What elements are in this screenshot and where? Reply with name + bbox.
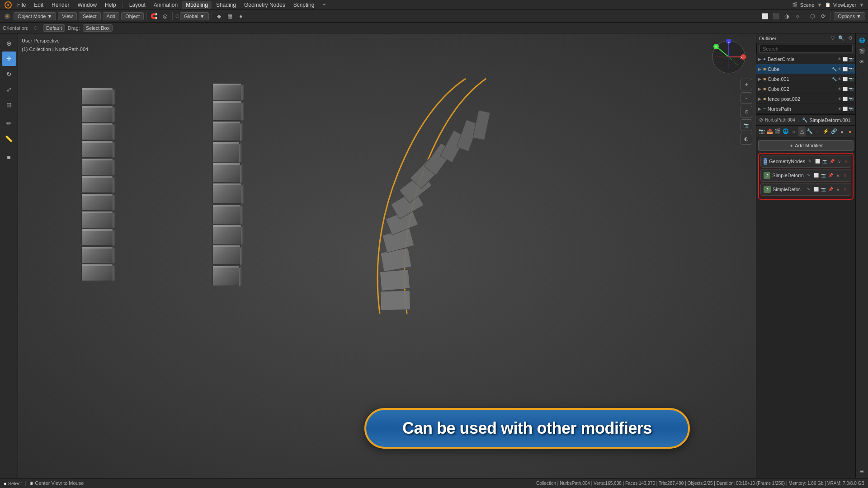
prop-data-icon[interactable]: ▲ [839,127,846,136]
prop-material-icon[interactable]: ● [846,127,854,136]
breadcrumb-home[interactable]: ⊘ [759,117,763,123]
pin-icon[interactable]: 📌 [827,172,834,178]
outliner-item-nurbspath[interactable]: ▶ ~ NurbsPath 👁 ⬜ 📷 [756,104,855,114]
select-menu[interactable]: Select [79,12,101,20]
delete-icon[interactable]: × [842,172,848,178]
overlay-icon[interactable]: ⬡ [808,12,817,21]
vis-icon-3[interactable]: 📷 [849,77,854,81]
vis-icon-3[interactable]: 📷 [849,107,854,111]
menu-help[interactable]: Help [101,1,120,9]
workspace-add[interactable]: + [319,1,329,9]
edit-icon[interactable]: ✎ [806,172,812,178]
scale-tool[interactable]: ⤢ [2,82,16,97]
modifier-simpledeform2-header[interactable]: ↺ SimpleDefor... ✎ ⬜ 📷 📌 ∨ × [761,183,851,195]
outliner-settings-icon[interactable]: ⚙ [848,35,853,41]
sidebar-item-view[interactable]: 👁 [857,57,867,67]
snap-icon[interactable]: 🧲 [150,12,159,21]
edit-icon[interactable]: ✎ [807,158,813,164]
realtime-icon[interactable]: ⬜ [813,172,819,178]
vis-icon-2[interactable]: ⬜ [843,77,848,81]
vis-icon-1[interactable]: 👁 [838,77,842,81]
workspace-geometry-nodes[interactable]: Geometry Nodes [241,1,289,9]
proportional-edit-icon[interactable]: ◎ [160,12,170,21]
viewlayer-dropdown-icon[interactable]: ▼ [859,2,864,8]
vis-icon-1[interactable]: 👁 [838,107,842,111]
vis-icon-1[interactable]: 👁 [838,97,842,101]
add-modifier-button[interactable]: ＋ Add Modifier [758,140,854,151]
transform-tool[interactable]: ⊞ [2,98,16,112]
prop-particles-icon[interactable]: · [814,127,821,136]
outliner-filter-icon[interactable]: ▽ [831,35,835,41]
measure-tool[interactable]: 📏 [2,131,16,146]
viewport-local-view[interactable]: ◐ [741,133,752,145]
add-object-tool[interactable]: ■ [2,150,16,164]
outliner-item-cube001[interactable]: ▶ ■ Cube.001 🔧 👁 ⬜ 📷 [756,74,855,84]
viewport-shading-wire[interactable]: ⬜ [760,12,769,21]
vis-icon-1[interactable]: 👁 [838,67,842,71]
prop-object-icon[interactable]: △ [798,127,806,136]
sidebar-item-transform[interactable]: ⊕ [857,466,867,476]
pin-icon[interactable]: 📌 [827,186,834,192]
prop-view-icon[interactable]: 🎬 [774,127,782,136]
delete-icon[interactable]: × [842,186,848,192]
prop-scene-icon[interactable]: 🌐 [782,127,789,136]
viewport-zoom-out[interactable]: - [741,92,752,104]
snapping-icon[interactable]: ▦ [226,12,235,21]
vis-icon-2[interactable]: ⬜ [843,97,848,101]
drag-value[interactable]: Select Box [83,24,113,32]
prop-physics-icon[interactable]: ⚡ [822,127,830,136]
view-menu[interactable]: View [58,12,77,20]
proportional-falloff-icon[interactable]: ● [236,12,245,21]
move-tool[interactable]: ✛ [2,52,16,66]
menu-edit[interactable]: Edit [30,1,47,9]
prop-constraints-icon[interactable]: 🔗 [830,127,838,136]
vis-icon-3[interactable]: 📷 [849,87,854,91]
outliner-search-input[interactable] [760,45,853,53]
viewport-zoom-fit[interactable]: ⊙ [741,106,752,117]
menu-file[interactable]: File [14,1,29,9]
prop-output-icon[interactable]: 📤 [766,127,774,136]
realtime-icon[interactable]: ⬜ [814,158,821,164]
object-menu[interactable]: Object [121,12,144,20]
add-menu[interactable]: Add [103,12,120,20]
viewport-shading-rendered[interactable]: ○ [793,12,802,21]
menu-render[interactable]: Render [48,1,73,9]
options-button[interactable]: Options ▼ [834,12,865,20]
sidebar-item-scene[interactable]: 🌐 [857,35,867,45]
sidebar-item-render[interactable]: 🎬 [857,46,867,56]
outliner-item-beziercircle[interactable]: ▶ ● BezierCircle 👁 ⬜ 📷 [756,54,855,64]
blender-icon-small[interactable] [3,12,12,21]
delete-icon[interactable]: × [843,158,849,164]
transform-pivot-icon[interactable]: ◆ [215,12,224,21]
gizmo-icon[interactable]: ⟳ [819,12,828,21]
viewport-shading-material[interactable]: ◑ [782,12,791,21]
collapse-icon[interactable]: ∨ [835,172,841,178]
workspace-layout[interactable]: Layout [126,1,149,9]
modifier-geometrynodes-header[interactable]: ⬡ GeometryNodes ✎ ⬜ 📷 📌 ∨ × [761,155,851,167]
viewport-perspective-toggle[interactable]: 📷 [741,119,752,131]
vis-icon-2[interactable]: ⬜ [843,57,848,61]
prop-render-icon[interactable]: 📷 [758,127,765,136]
collapse-icon[interactable]: ∨ [835,186,841,192]
cursor-tool[interactable]: ⊕ [2,36,16,51]
workspace-scripting[interactable]: Scripting [290,1,318,9]
vis-icon-1[interactable]: 👁 [838,87,842,91]
sidebar-item-add[interactable]: + [857,68,867,78]
vis-icon-1[interactable]: 👁 [838,57,842,61]
outliner-item-fencepost[interactable]: ▶ ■ fence post.002 👁 ⬜ 📷 [756,94,855,104]
vis-icon-2[interactable]: ⬜ [843,67,848,71]
outliner-search-icon[interactable]: 🔍 [838,35,844,41]
render-icon[interactable]: 📷 [821,158,828,164]
workspace-shading[interactable]: Shading [212,1,240,9]
global-selector[interactable]: Global ▼ [180,12,209,20]
vis-icon-2[interactable]: ⬜ [843,87,848,91]
annotate-tool[interactable]: ✏ [2,116,16,131]
object-mode-selector[interactable]: Object Mode ▼ [14,12,56,20]
modifier-simpledeform-header[interactable]: ↺ SimpleDeform ✎ ⬜ 📷 📌 ∨ × [761,169,851,181]
pin-icon[interactable]: 📌 [829,158,835,164]
orientation-value[interactable]: Default [43,24,65,32]
render-icon[interactable]: 📷 [820,186,826,192]
vis-icon-3[interactable]: 📷 [849,67,854,71]
rotate-tool[interactable]: ↻ [2,67,16,81]
scene-dropdown-icon[interactable]: ▼ [817,2,822,8]
